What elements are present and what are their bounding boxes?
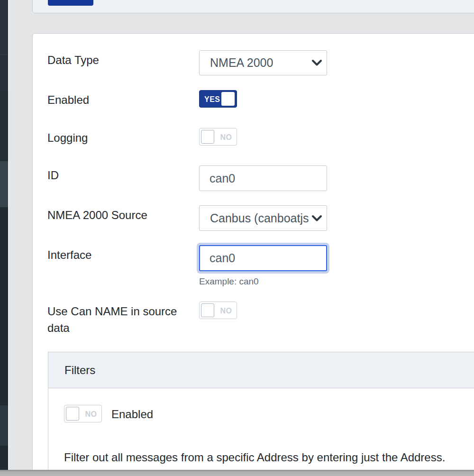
sidebar-edge bbox=[8, 0, 9, 476]
filters-enabled-toggle[interactable]: NO bbox=[64, 405, 102, 422]
interface-input[interactable] bbox=[199, 245, 327, 271]
toggle-off-text: NO bbox=[82, 405, 100, 423]
toggle-knob bbox=[66, 407, 79, 421]
sidebar[interactable] bbox=[0, 0, 8, 476]
use-can-name-label: Use Can NAME in source data bbox=[47, 303, 190, 336]
id-input[interactable] bbox=[199, 165, 327, 191]
logging-label: Logging bbox=[47, 129, 88, 146]
toggle-off-text: NO bbox=[217, 302, 236, 320]
toggle-off-text: NO bbox=[217, 128, 236, 146]
nmea2000-source-label: NMEA 2000 Source bbox=[47, 207, 147, 223]
sidebar-item[interactable] bbox=[0, 91, 8, 161]
logging-toggle[interactable]: NO bbox=[199, 128, 237, 146]
sidebar-item[interactable] bbox=[0, 405, 8, 446]
data-type-label: Data Type bbox=[47, 52, 99, 68]
filters-enabled-label: Enabled bbox=[111, 408, 153, 421]
connection-settings-screen: Data Type NMEA 2000 Enabled YES Logging … bbox=[0, 0, 474, 476]
sidebar-item[interactable] bbox=[0, 55, 8, 91]
interface-label: Interface bbox=[47, 247, 91, 263]
sidebar-item-active[interactable] bbox=[0, 161, 8, 207]
submit-button[interactable] bbox=[48, 0, 93, 6]
filters-description-line: Filter out all messages from a specific … bbox=[64, 449, 457, 467]
chevron-down-icon bbox=[311, 59, 322, 66]
chevron-down-icon bbox=[311, 215, 322, 222]
enabled-toggle[interactable]: YES bbox=[199, 90, 237, 108]
use-can-name-toggle[interactable]: NO bbox=[199, 302, 237, 319]
toggle-knob bbox=[201, 130, 214, 144]
data-type-select[interactable]: NMEA 2000 bbox=[199, 50, 327, 75]
toggle-knob bbox=[221, 92, 235, 106]
nmea2000-source-select[interactable]: Canbus (canboatjs bbox=[199, 205, 327, 231]
filters-header: Filters bbox=[48, 352, 474, 388]
interface-help-text: Example: can0 bbox=[199, 276, 259, 287]
nmea2000-source-select-value: Canbus (canboatjs bbox=[200, 211, 311, 225]
enabled-label: Enabled bbox=[47, 92, 89, 108]
filters-title: Filters bbox=[48, 364, 95, 377]
data-type-select-value: NMEA 2000 bbox=[200, 56, 311, 70]
horizontal-scrollbar[interactable] bbox=[0, 470, 474, 476]
sidebar-item[interactable] bbox=[0, 207, 8, 405]
toggle-knob bbox=[201, 303, 214, 317]
top-card-footer bbox=[32, 0, 474, 13]
sidebar-item[interactable] bbox=[0, 0, 8, 55]
toggle-on-text: YES bbox=[204, 91, 220, 108]
id-label: ID bbox=[47, 167, 59, 183]
